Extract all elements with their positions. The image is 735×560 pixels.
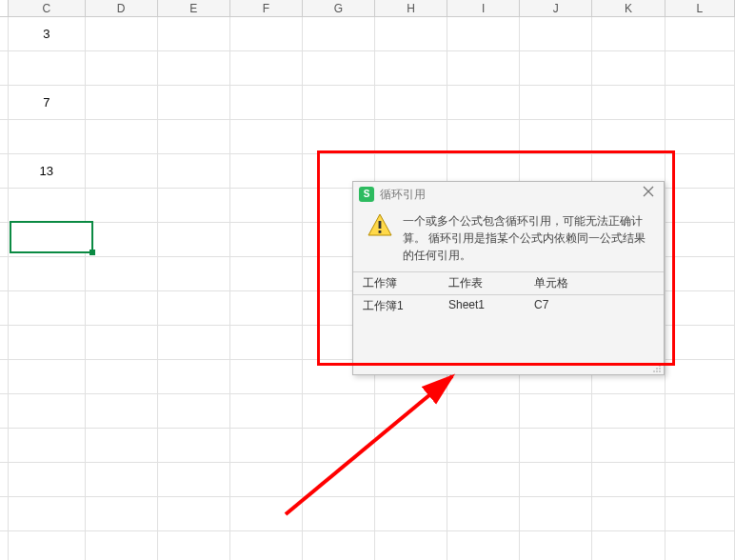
cell[interactable] [230,326,303,359]
cell[interactable] [665,531,735,560]
th-cell[interactable]: 单元格 [534,275,620,291]
cell[interactable] [230,463,303,496]
cell[interactable] [230,51,303,85]
col-header-H[interactable]: H [375,0,447,16]
cell[interactable] [375,86,447,119]
cell[interactable] [592,86,665,119]
cell[interactable] [230,86,303,119]
cell[interactable] [520,429,592,462]
cell[interactable] [665,223,735,256]
cell[interactable] [158,17,230,50]
cell[interactable] [520,51,592,85]
cell[interactable] [665,51,735,85]
cell[interactable] [86,120,158,153]
cell[interactable] [303,86,375,119]
cell[interactable] [86,463,158,496]
cell[interactable] [375,497,447,530]
cell[interactable] [592,394,665,428]
cell[interactable] [303,463,375,496]
cell[interactable] [447,394,520,428]
cell[interactable] [375,17,447,50]
cell[interactable] [592,463,665,496]
cell[interactable] [230,223,303,256]
cell[interactable] [158,394,230,428]
cell[interactable] [447,463,520,496]
cell[interactable] [86,51,158,85]
col-header-L[interactable]: L [665,0,735,16]
cell[interactable] [665,189,735,222]
cell[interactable] [9,51,86,85]
cell[interactable] [447,120,520,153]
cell[interactable] [230,531,303,560]
cell[interactable] [303,394,375,428]
resize-grip[interactable] [652,363,662,372]
col-header-D[interactable]: D [86,0,158,16]
cell[interactable] [86,360,158,393]
col-header-C[interactable]: C [9,0,86,16]
cell[interactable] [86,429,158,462]
cell-C3[interactable]: 7 [9,86,86,119]
cell[interactable] [592,51,665,85]
cell[interactable] [158,86,230,119]
cell[interactable] [375,394,447,428]
cell[interactable] [520,531,592,560]
cell[interactable] [158,223,230,256]
cell[interactable] [665,394,735,428]
circular-reference-dialog[interactable]: S 循环引用 一个或多个公式包含循环引用，可能无法正确计算。 循环引用是指某个公… [352,181,665,375]
cell-C7[interactable]: 0 [9,223,86,256]
cell[interactable] [303,120,375,153]
cell[interactable] [158,189,230,222]
cell[interactable] [230,394,303,428]
cell[interactable] [592,429,665,462]
cell[interactable] [230,429,303,462]
cell[interactable] [9,429,86,462]
cell[interactable] [86,17,158,50]
cell[interactable] [158,120,230,153]
cell[interactable] [520,86,592,119]
cell[interactable] [665,326,735,359]
cell[interactable] [447,531,520,560]
cell[interactable] [592,531,665,560]
cell[interactable] [158,257,230,290]
cell[interactable] [9,360,86,393]
cell[interactable] [158,429,230,462]
cell[interactable] [520,463,592,496]
cell[interactable] [665,120,735,153]
cell[interactable] [86,154,158,188]
cell[interactable] [158,360,230,393]
cell[interactable] [230,497,303,530]
cell[interactable] [9,531,86,560]
cell[interactable] [86,257,158,290]
cell[interactable] [520,17,592,50]
cell[interactable] [9,120,86,153]
cell[interactable] [86,326,158,359]
cell[interactable] [230,17,303,50]
cell[interactable] [9,257,86,290]
cell[interactable] [665,463,735,496]
cell[interactable] [665,17,735,50]
cell[interactable] [665,86,735,119]
cell[interactable] [86,291,158,325]
cell[interactable] [230,291,303,325]
cell[interactable] [230,360,303,393]
cell[interactable] [520,120,592,153]
col-header-I[interactable]: I [447,0,520,16]
cell[interactable] [665,360,735,393]
cell-C1[interactable]: 3 [9,17,86,50]
cell-C5[interactable]: 13 [9,154,86,188]
cell[interactable] [9,189,86,222]
cell[interactable] [375,463,447,496]
col-header-G[interactable]: G [303,0,375,16]
cell[interactable] [665,429,735,462]
cell[interactable] [158,291,230,325]
cell[interactable] [375,120,447,153]
cell[interactable] [230,120,303,153]
cell[interactable] [665,154,735,188]
cell[interactable] [230,189,303,222]
cell[interactable] [158,51,230,85]
cell[interactable] [158,531,230,560]
th-workbook[interactable]: 工作簿 [363,275,448,291]
cell[interactable] [9,394,86,428]
cell[interactable] [86,86,158,119]
cell[interactable] [86,189,158,222]
